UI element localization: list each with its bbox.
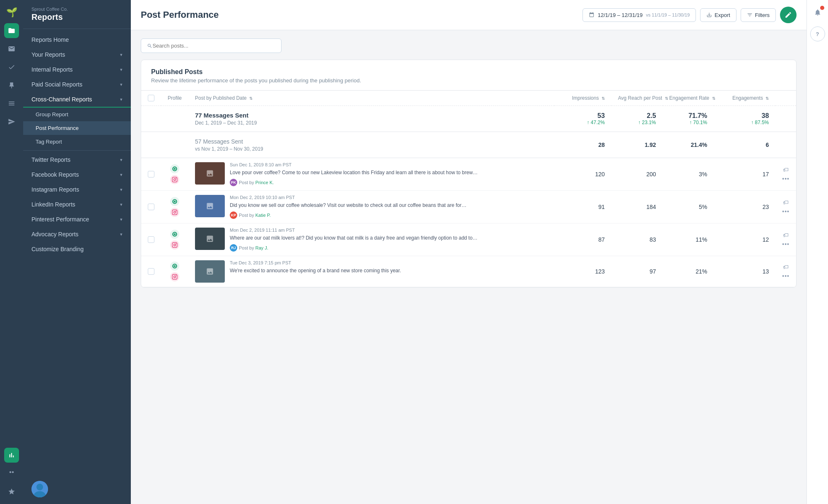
post-date: Mon Dec 2, 2019 11:11 am PST bbox=[230, 228, 477, 233]
export-label: Export bbox=[715, 12, 730, 18]
summary-row-current: 77 Messages Sent Dec 1, 2019 – Dec 31, 2… bbox=[141, 106, 796, 132]
chevron-icon: ▾ bbox=[120, 97, 123, 102]
sidebar-item-your-reports[interactable]: Your Reports ▾ bbox=[23, 47, 131, 62]
tag-icon[interactable]: 🏷 bbox=[783, 264, 789, 270]
col-avg-reach[interactable]: Avg Reach per Post ⇅ bbox=[611, 91, 663, 106]
instagram-icon bbox=[170, 175, 179, 184]
tasks-icon[interactable] bbox=[4, 60, 19, 74]
sidebar-bottom bbox=[23, 474, 131, 504]
svg-point-10 bbox=[176, 211, 176, 211]
post-impressions: 87 bbox=[554, 223, 611, 256]
sidebar-item-twitter[interactable]: Twitter Reports ▾ bbox=[23, 152, 131, 167]
chevron-icon: ▾ bbox=[120, 217, 123, 222]
post-date: Sun Dec 1, 2019 8:10 am PST bbox=[230, 162, 478, 167]
card-title: Published Posts bbox=[151, 68, 786, 76]
sidebar-item-cross-channel[interactable]: Cross-Channel Reports ▾ bbox=[23, 92, 131, 108]
sidebar-item-paid-social[interactable]: Paid Social Reports ▾ bbox=[23, 77, 131, 92]
twitter-label: Twitter Reports bbox=[31, 156, 70, 163]
star-nav-icon[interactable] bbox=[4, 484, 19, 499]
row-checkbox[interactable] bbox=[148, 171, 154, 178]
posts-table-wrap: Profile Post by Published Date ⇅ Impress… bbox=[141, 91, 796, 287]
chevron-icon: ▾ bbox=[120, 172, 123, 178]
post-text: Where are our oat milk lovers at!? Did y… bbox=[230, 234, 477, 242]
col-engagements[interactable]: Engagements ⇅ bbox=[714, 91, 775, 106]
more-options-icon[interactable]: ••• bbox=[782, 208, 789, 215]
pin-icon[interactable] bbox=[4, 78, 19, 93]
sidebar-item-advocacy[interactable]: Advocacy Reports ▾ bbox=[23, 227, 131, 242]
tag-icon[interactable]: 🏷 bbox=[783, 199, 789, 206]
sidebar-item-facebook[interactable]: Facebook Reports ▾ bbox=[23, 167, 131, 182]
row-checkbox[interactable] bbox=[148, 236, 154, 243]
compose-button[interactable] bbox=[780, 7, 797, 23]
chevron-icon: ▾ bbox=[120, 52, 123, 58]
filters-label: Filters bbox=[755, 12, 770, 18]
date-range-button[interactable]: 12/1/19 – 12/31/19 vs 11/1/19 – 11/30/19 bbox=[582, 8, 696, 22]
table-row: Mon Dec 2, 2019 11:11 am PST Where are o… bbox=[141, 223, 796, 256]
platform-icons bbox=[168, 164, 182, 184]
main-content: Post Performance 12/1/19 – 12/31/19 vs 1… bbox=[131, 0, 806, 504]
sort-icon: ⇅ bbox=[665, 96, 668, 101]
paid-social-label: Paid Social Reports bbox=[31, 81, 82, 88]
chevron-icon: ▾ bbox=[120, 67, 123, 72]
summary-row-previous: 57 Messages Sent vs Nov 1, 2019 – Nov 30… bbox=[141, 132, 796, 158]
col-engagement-rate[interactable]: Engagement Rate ⇅ bbox=[663, 91, 714, 106]
compose-icon bbox=[785, 11, 792, 19]
help-icon[interactable]: ? bbox=[810, 26, 825, 41]
post-avg-reach: 83 bbox=[611, 223, 663, 256]
sidebar-sub-tag-report[interactable]: Tag Report bbox=[23, 135, 131, 149]
post-author: PK Post by Prince K. bbox=[230, 179, 478, 186]
instagram-label: Instagram Reports bbox=[31, 186, 79, 193]
chevron-icon: ▾ bbox=[120, 82, 123, 87]
export-button[interactable]: Export bbox=[700, 8, 737, 22]
post-engagement-rate: 3% bbox=[663, 158, 714, 191]
content-area: Published Posts Review the lifetime perf… bbox=[131, 30, 806, 504]
post-impressions: 120 bbox=[554, 158, 611, 191]
sidebar-item-customize[interactable]: Customize Branding bbox=[23, 242, 131, 257]
post-thumbnail bbox=[195, 260, 225, 283]
col-impressions[interactable]: Impressions ⇅ bbox=[554, 91, 611, 106]
instagram-icon bbox=[170, 240, 179, 250]
tag-icon[interactable]: 🏷 bbox=[783, 232, 789, 238]
col-post-date[interactable]: Post by Published Date ⇅ bbox=[188, 91, 554, 106]
inbox-icon[interactable] bbox=[4, 41, 19, 56]
more-options-icon[interactable]: ••• bbox=[782, 241, 789, 247]
row-actions: 🏷 ••• bbox=[782, 166, 789, 182]
sidebar-item-instagram[interactable]: Instagram Reports ▾ bbox=[23, 182, 131, 197]
post-details: Mon Dec 2, 2019 10:10 am PST Did you kno… bbox=[230, 195, 467, 219]
sort-icon: ⇅ bbox=[602, 96, 605, 101]
search-bar[interactable] bbox=[141, 38, 282, 53]
compose-nav-icon[interactable] bbox=[4, 114, 19, 129]
search-input[interactable] bbox=[152, 43, 275, 49]
svg-point-14 bbox=[176, 243, 176, 244]
tag-icon[interactable]: 🏷 bbox=[783, 166, 789, 173]
sidebar-sub-group-report[interactable]: Group Report bbox=[23, 108, 131, 121]
menu-icon[interactable] bbox=[4, 96, 19, 111]
sidebar-sub-post-performance[interactable]: Post Performance bbox=[23, 121, 131, 135]
svg-point-6 bbox=[176, 178, 176, 179]
row-checkbox[interactable] bbox=[148, 268, 154, 275]
people-icon[interactable] bbox=[4, 466, 19, 481]
table-row: Tue Dec 3, 2019 7:15 pm PST We're excite… bbox=[141, 256, 796, 287]
row-checkbox[interactable] bbox=[148, 204, 154, 210]
sidebar-item-reports-home[interactable]: Reports Home bbox=[23, 32, 131, 47]
right-rail: ? bbox=[806, 0, 828, 504]
bell-icon[interactable] bbox=[810, 5, 825, 20]
user-avatar[interactable] bbox=[31, 481, 48, 497]
select-all-checkbox[interactable] bbox=[148, 95, 154, 101]
chart-nav-icon[interactable] bbox=[4, 448, 19, 463]
svg-rect-16 bbox=[172, 274, 177, 279]
sidebar-item-linkedin[interactable]: LinkedIn Reports ▾ bbox=[23, 197, 131, 212]
sidebar-item-internal-reports[interactable]: Internal Reports ▾ bbox=[23, 62, 131, 77]
instagram-icon bbox=[170, 272, 179, 281]
sidebar-item-pinterest[interactable]: Pinterest Performance ▾ bbox=[23, 212, 131, 227]
folder-icon[interactable] bbox=[4, 23, 19, 38]
post-engagements: 23 bbox=[714, 191, 775, 223]
company-name: Sprout Coffee Co. bbox=[31, 7, 123, 12]
more-options-icon[interactable]: ••• bbox=[782, 273, 789, 279]
col-profile: Profile bbox=[161, 91, 188, 106]
post-date: Mon Dec 2, 2019 10:10 am PST bbox=[230, 195, 467, 200]
filters-button[interactable]: Filters bbox=[741, 8, 776, 22]
svg-rect-8 bbox=[172, 210, 177, 215]
sprout-icon bbox=[170, 230, 179, 239]
more-options-icon[interactable]: ••• bbox=[782, 175, 789, 182]
